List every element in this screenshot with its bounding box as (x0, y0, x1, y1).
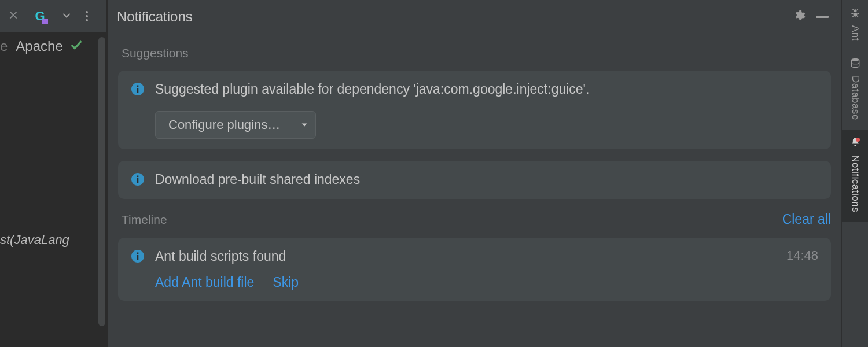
file-tab[interactable]: e Apache (0, 35, 106, 58)
skip-link[interactable]: Skip (273, 275, 299, 290)
panel-header: Notifications (108, 0, 841, 34)
bell-icon (849, 136, 861, 150)
svg-rect-2 (137, 86, 139, 87)
svg-rect-4 (137, 178, 139, 183)
editor-tabbar: G (0, 0, 106, 32)
minimize-icon[interactable] (816, 16, 829, 18)
info-icon (131, 172, 145, 189)
svg-rect-8 (137, 253, 139, 254)
panel-title: Notifications (117, 9, 193, 25)
chevron-down-icon[interactable] (61, 10, 72, 23)
timeline-message: Ant build scripts found (155, 248, 776, 265)
gear-icon[interactable] (793, 9, 806, 24)
suggestion-message: Download pre-built shared indexes (155, 171, 818, 189)
tool-label: Notifications (849, 155, 861, 212)
right-toolbar: Ant Database Notifications (841, 0, 868, 347)
tool-label: Database (849, 76, 861, 120)
clear-all-link[interactable]: Clear all (782, 212, 831, 227)
tool-notifications[interactable]: Notifications (842, 130, 868, 222)
suggestions-heading: Suggestions (122, 46, 831, 60)
tool-ant[interactable]: Ant (842, 0, 868, 50)
check-icon (70, 39, 83, 54)
svg-rect-7 (137, 255, 139, 260)
notification-dot (856, 138, 860, 142)
svg-rect-1 (137, 88, 139, 93)
info-icon (131, 249, 145, 265)
timeline-card-ant: Ant build scripts found 14:48 Add Ant bu… (118, 238, 831, 301)
info-icon (131, 82, 145, 98)
configure-plugins-button[interactable]: Configure plugins… (155, 111, 293, 139)
configure-plugins-dropdown[interactable] (293, 111, 316, 139)
timeline-time: 14:48 (786, 248, 818, 263)
file-word: Apache (16, 38, 62, 54)
suggestion-card-indexes[interactable]: Download pre-built shared indexes (118, 161, 831, 199)
svg-point-9 (854, 9, 856, 12)
file-prefix: e (0, 38, 8, 54)
tool-label: Ant (849, 25, 861, 41)
svg-point-11 (851, 58, 859, 61)
editor-scrollbar[interactable] (98, 37, 105, 326)
configure-plugins-combo: Configure plugins… (155, 111, 316, 139)
close-icon[interactable] (8, 10, 19, 23)
suggestion-message: Suggested plugin available for dependenc… (155, 81, 818, 98)
tool-database[interactable]: Database (842, 50, 868, 130)
editor-fragment: G e Apache st(JavaLang (0, 0, 106, 347)
svg-rect-5 (137, 176, 139, 178)
notifications-panel: Notifications Suggestions Suggested plug… (108, 0, 841, 347)
timeline-heading: Timeline (122, 213, 167, 227)
database-icon (849, 57, 861, 71)
app-logo-icon: G (32, 9, 47, 24)
code-line: st(JavaLang (0, 232, 69, 248)
timeline-heading-row: Timeline Clear all (122, 212, 831, 227)
more-icon[interactable] (86, 11, 88, 21)
add-ant-build-link[interactable]: Add Ant build file (155, 275, 254, 290)
suggestion-card-plugin: Suggested plugin available for dependenc… (118, 71, 831, 149)
ant-icon (849, 7, 861, 21)
